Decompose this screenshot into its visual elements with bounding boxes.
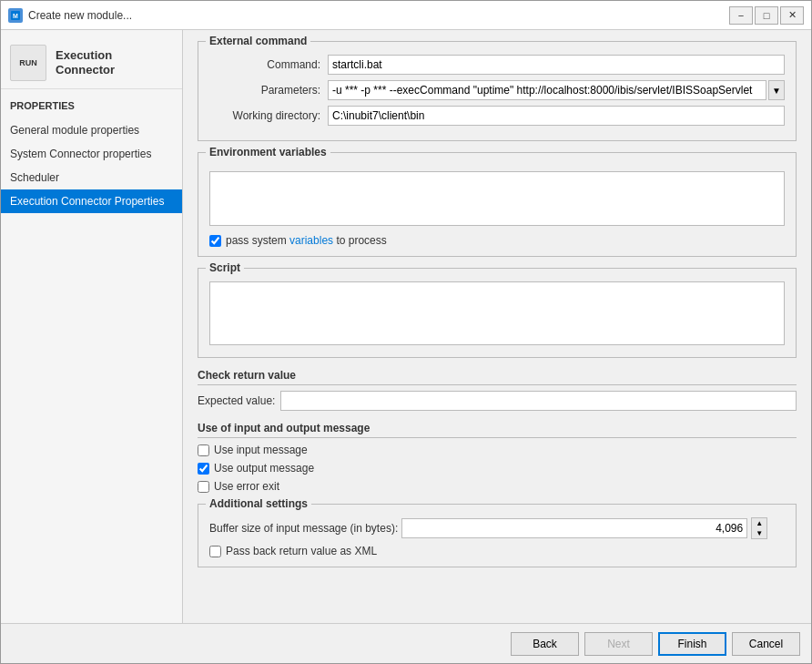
additional-settings-label: Additional settings: [206, 497, 311, 510]
command-label: Command:: [209, 58, 328, 71]
external-command-content: Command: Parameters: ▼ Working directory…: [209, 49, 785, 126]
pass-system-vars-label: pass system variables to process: [226, 234, 387, 247]
title-bar-buttons: − □ ✕: [729, 6, 804, 25]
sidebar: RUN ExecutionConnector Properties Genera…: [1, 30, 183, 623]
close-button[interactable]: ✕: [780, 6, 804, 25]
cancel-button[interactable]: Cancel: [732, 632, 800, 656]
footer: Back Next Finish Cancel: [1, 623, 811, 663]
main-panel: External command Command: Parameters: ▼: [183, 30, 811, 623]
additional-content: Buffer size of input message (in bytes):…: [209, 512, 785, 557]
use-error-checkbox[interactable]: [198, 481, 209, 493]
finish-button[interactable]: Finish: [658, 632, 726, 656]
buffer-label: Buffer size of input message (in bytes):: [209, 522, 398, 535]
params-expand-button[interactable]: ▼: [768, 80, 785, 100]
expected-row: Expected value:: [198, 391, 797, 411]
pass-back-row: Pass back return value as XML: [209, 545, 785, 557]
buffer-input[interactable]: [401, 518, 747, 538]
properties-heading: Properties: [1, 97, 182, 118]
parameters-label: Parameters:: [209, 84, 328, 97]
use-input-checkbox[interactable]: [198, 444, 209, 456]
working-dir-row: Working directory:: [209, 106, 785, 126]
connector-title: ExecutionConnector: [56, 48, 115, 77]
env-vars-group: Environment variables pass system variab…: [198, 152, 797, 257]
script-group: Script: [198, 268, 797, 358]
script-content: [209, 276, 785, 348]
use-output-label: Use output message: [214, 462, 314, 475]
sidebar-header: RUN ExecutionConnector: [1, 37, 182, 89]
use-output-row: Use output message: [198, 462, 797, 475]
app-icon: M: [8, 8, 23, 23]
use-input-label: Use input message: [214, 444, 308, 456]
maximize-button[interactable]: □: [755, 6, 778, 25]
content-area: RUN ExecutionConnector Properties Genera…: [1, 30, 811, 623]
expected-value-input[interactable]: [280, 391, 797, 411]
buffer-decrement-button[interactable]: ▼: [752, 528, 766, 538]
use-error-row: Use error exit: [198, 480, 797, 493]
working-dir-input[interactable]: [328, 106, 785, 126]
pass-back-label: Pass back return value as XML: [226, 545, 377, 557]
minimize-button[interactable]: −: [729, 6, 753, 25]
check-return-title: Check return value: [198, 369, 797, 385]
use-error-label: Use error exit: [214, 480, 279, 493]
script-label: Script: [206, 261, 244, 274]
use-output-checkbox[interactable]: [198, 463, 209, 475]
buffer-row: Buffer size of input message (in bytes):…: [209, 517, 785, 539]
title-bar-text: Create new module...: [28, 9, 729, 22]
svg-text:M: M: [13, 13, 18, 19]
io-message-section: Use of input and output message Use inpu…: [198, 422, 797, 493]
command-row: Command:: [209, 55, 785, 75]
next-button[interactable]: Next: [584, 632, 653, 656]
check-return-section: Check return value Expected value:: [198, 369, 797, 411]
buffer-spinner: ▲ ▼: [751, 517, 767, 539]
sidebar-item-system[interactable]: System Connector properties: [1, 142, 182, 166]
pass-back-checkbox[interactable]: [209, 546, 221, 557]
script-textarea[interactable]: [209, 281, 785, 345]
expected-label: Expected value:: [198, 394, 275, 407]
external-command-group: External command Command: Parameters: ▼: [198, 41, 797, 141]
parameters-row: Parameters: ▼: [209, 80, 785, 100]
pass-system-vars-checkbox[interactable]: [209, 235, 221, 247]
io-message-title: Use of input and output message: [198, 422, 797, 438]
sidebar-item-general[interactable]: General module properties: [1, 118, 182, 142]
command-input[interactable]: [328, 55, 785, 75]
parameters-input[interactable]: [328, 80, 766, 100]
back-button[interactable]: Back: [511, 632, 579, 656]
additional-settings-group: Additional settings Buffer size of input…: [198, 504, 797, 567]
title-bar: M Create new module... − □ ✕: [1, 1, 811, 30]
sidebar-item-execution[interactable]: Execution Connector Properties: [1, 189, 182, 213]
external-command-label: External command: [206, 35, 310, 47]
working-dir-label: Working directory:: [209, 109, 328, 122]
buffer-increment-button[interactable]: ▲: [752, 518, 766, 528]
env-vars-textarea[interactable]: [209, 171, 785, 226]
env-vars-content: pass system variables to process: [209, 160, 785, 247]
sidebar-item-scheduler[interactable]: Scheduler: [1, 166, 182, 189]
use-input-row: Use input message: [198, 444, 797, 456]
params-wrapper: ▼: [328, 80, 785, 100]
connector-icon: RUN: [10, 45, 46, 81]
pass-system-vars-row: pass system variables to process: [209, 234, 785, 247]
main-window: M Create new module... − □ ✕ RUN Executi…: [0, 0, 812, 664]
env-vars-label: Environment variables: [206, 146, 330, 158]
